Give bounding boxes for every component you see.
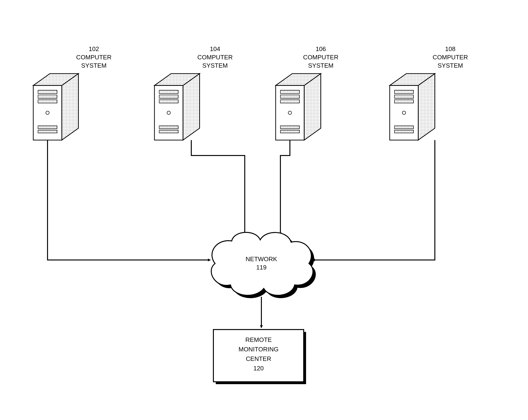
monitor-line4: 120 [253, 365, 264, 372]
monitor-line3: CENTER [246, 355, 271, 362]
system-102-label-2: SYSTEM [81, 62, 107, 69]
system-104-id: 104 [210, 45, 220, 52]
arrow-104-to-network [191, 140, 245, 235]
arrow-108-to-network [312, 140, 435, 260]
monitor-line2: MONITORING [239, 346, 279, 353]
system-104-label-2: SYSTEM [203, 62, 228, 69]
network-label: NETWORK [246, 256, 277, 263]
system-102-id: 102 [89, 45, 99, 52]
network-id: 119 [256, 264, 266, 271]
server-icon [276, 74, 321, 140]
system-108-id: 108 [445, 45, 455, 52]
computer-system-102: 102 COMPUTER SYSTEM [33, 45, 111, 140]
diagram: 102 COMPUTER SYSTEM 104 COMPUTER SYSTEM … [0, 0, 528, 420]
system-108-label-2: SYSTEM [438, 62, 463, 69]
server-icon [33, 74, 78, 140]
system-108-label-1: COMPUTER [433, 54, 468, 61]
network-cloud: NETWORK 119 [211, 233, 316, 298]
system-106-id: 106 [316, 45, 326, 52]
server-icon [155, 74, 200, 140]
system-106-label-2: SYSTEM [308, 62, 334, 69]
system-104-label-1: COMPUTER [197, 54, 233, 61]
computer-system-106: 106 COMPUTER SYSTEM [276, 45, 338, 140]
arrow-106-to-network [280, 140, 290, 235]
system-106-label-1: COMPUTER [303, 54, 339, 61]
monitor-line1: REMOTE [245, 336, 272, 343]
remote-monitoring-center: REMOTE MONITORING CENTER 120 [213, 329, 306, 384]
computer-system-104: 104 COMPUTER SYSTEM [155, 45, 233, 140]
arrow-102-to-network [48, 140, 210, 260]
server-icon [390, 74, 435, 140]
system-102-label-1: COMPUTER [76, 54, 112, 61]
computer-system-108: 108 COMPUTER SYSTEM [390, 45, 468, 140]
